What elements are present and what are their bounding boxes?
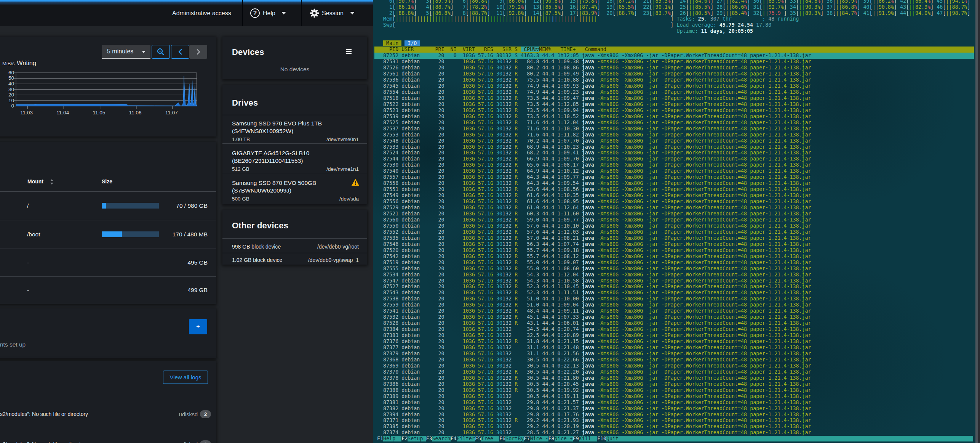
size-cell: 499 GB xyxy=(131,287,208,294)
htop-process-row-selected: 87252 debian 20 0 103G 57.1G 30132 S 416… xyxy=(377,53,811,59)
divider xyxy=(222,173,367,173)
htop-process-row: 87532 debian 20 103G 57.1G 30132 R 45.1 … xyxy=(377,314,811,320)
drive-size: 512 GB xyxy=(232,166,249,172)
htop-table-header: PID USER PRI NI VIRT RES SHR S CPU%▽MEM%… xyxy=(377,47,606,53)
drive-size: 1.00 TB xyxy=(232,136,250,142)
device-name: 998 GB block device xyxy=(232,244,281,250)
htop-fkey-label[interactable]: Nice + xyxy=(555,436,573,441)
htop-fkey-label[interactable]: Help xyxy=(383,436,401,441)
htop-cpu-meter-row: 2[|88.8%] 5[|86.8%] 8[|88.7%] 11[|92.8%]… xyxy=(377,10,970,16)
htop-fkey[interactable]: F1 xyxy=(377,436,383,441)
htop-process-row: 87520 debian 20 103G 57.1G 30132 R 55.7 … xyxy=(377,247,811,254)
session-menu[interactable]: Session xyxy=(310,0,355,26)
htop-function-bar: F1Help F2Setup F3SearchF4FilterF5Tree F6… xyxy=(377,436,973,442)
time-range-select[interactable]: 5 minutes xyxy=(102,45,150,59)
devices-panel xyxy=(222,37,367,79)
htop-tabs-row: Main I/O xyxy=(377,40,420,47)
htop-process-row: 87388 debian 20 103G 57.1G 30132 R 30.5 … xyxy=(377,387,811,393)
chart-x-tick-label: 11:04 xyxy=(56,110,69,116)
drive-name: GIGABYTE AG4512G-SI B10 xyxy=(232,150,309,157)
htop-fkey[interactable]: F4 xyxy=(451,436,457,441)
htop-fkey[interactable]: F9 xyxy=(573,436,579,441)
htop-process-row: 87536 debian 20 103G 57.1G 30132 R 75.5 … xyxy=(377,77,811,83)
size-cell: 495 GB xyxy=(131,259,208,266)
chevron-down-icon xyxy=(350,12,355,14)
htop-process-row: 87538 debian 20 103G 57.1G 30132 R 51.0 … xyxy=(377,296,811,302)
htop-process-row: 87540 debian 20 103G 57.1G 30132 R 64.9 … xyxy=(377,168,811,174)
htop-tab-main[interactable]: Main xyxy=(383,40,401,46)
zoom-out-icon xyxy=(157,48,165,56)
htop-process-row: 87551 debian 20 103G 57.1G 30132 R 63.6 … xyxy=(377,186,811,193)
help-menu[interactable]: ? Help xyxy=(250,0,286,26)
htop-process-row: 87371 debian 20 103G 57.1G 30132 R 29.2 … xyxy=(377,417,811,424)
zoom-out-button[interactable] xyxy=(152,45,170,59)
htop-fkey-label[interactable]: Quit xyxy=(606,436,973,441)
htop-fkey-label[interactable]: Tree xyxy=(481,436,499,441)
devices-menu-button[interactable] xyxy=(346,49,352,54)
chart-y-tick-label: 30 xyxy=(0,87,14,92)
htop-cpu-meter-row: 0[|90.7%] 3[|89.9%] 6[|86.8%] 9[|86.0%] … xyxy=(377,0,970,4)
gear-icon xyxy=(310,8,319,18)
htop-fkey[interactable]: F7 xyxy=(524,436,530,441)
usage-bar-fill xyxy=(102,231,122,237)
divider xyxy=(222,115,367,115)
htop-cpu-meter-row: 1[|86.1%] 4[|88.7%] 7[|78.2%] 10[|79.2%]… xyxy=(377,4,970,10)
htop-fkey-label[interactable]: Kill xyxy=(579,436,597,441)
htop-fkey[interactable]: F5 xyxy=(475,436,481,441)
admin-access-button[interactable]: Administrative access xyxy=(172,0,231,26)
htop-process-row: 87548 debian 20 103G 57.1G 30132 R 70.2 … xyxy=(377,138,811,144)
chart-back-button[interactable] xyxy=(171,45,189,59)
htop-fkey-label[interactable]: Search xyxy=(432,436,451,441)
usage-bar-fill xyxy=(102,203,106,209)
column-header-size[interactable]: Size xyxy=(102,178,112,185)
chart-title: Writing xyxy=(17,59,36,67)
chart-y-tick-label: 40 xyxy=(0,81,14,87)
htop-process-row: 87557 debian 20 103G 57.1G 30132 R 64.3 … xyxy=(377,174,811,180)
time-range-value: 5 minutes xyxy=(107,48,133,55)
htop-process-row: 87526 debian 20 103G 57.1G 30132 R 80.2 … xyxy=(377,65,811,71)
htop-fkey[interactable]: F2 xyxy=(401,436,408,441)
device-path: /dev/deb0-vg/swap_1 xyxy=(283,257,359,263)
mount-cell: / xyxy=(27,202,29,209)
divider xyxy=(0,276,216,277)
mount-cell: - xyxy=(27,287,29,294)
htop-fkey-label[interactable]: Setup xyxy=(408,436,426,441)
divider xyxy=(222,238,367,239)
htop-uptime-row: Uptime: 11 days, 20:05:05 xyxy=(377,28,753,34)
chart-forward-button[interactable] xyxy=(189,45,207,59)
log-message: s2/modules”: No such file or directory xyxy=(0,411,88,417)
htop-process-row: 87521 debian 20 103G 57.1G 30132 R 60.3 … xyxy=(377,211,811,217)
htop-process-row: 87561 debian 20 103G 57.1G 30132 R 80.2 … xyxy=(377,71,811,77)
column-header-mount[interactable]: Mount xyxy=(27,178,43,185)
device-path: /dev/deb0-vg/root xyxy=(283,244,359,250)
sort-icon xyxy=(50,179,53,185)
htop-tab-io[interactable]: I/O xyxy=(404,40,420,46)
htop-fkey-label[interactable]: SortBy xyxy=(505,436,524,441)
htop-fkey-label[interactable]: Filter xyxy=(457,436,475,441)
htop-process-row: 87554 debian 20 103G 57.1G 30132 R 74.9 … xyxy=(377,89,811,95)
terminal-scrollbar[interactable] xyxy=(975,0,980,443)
htop-process-row: 87522 debian 20 103G 57.1G 30132 R 73.5 … xyxy=(377,101,811,108)
chevron-left-icon xyxy=(177,49,183,55)
masthead-separator xyxy=(301,0,302,26)
divider xyxy=(0,249,216,249)
drive-path: /dev/nvme0n1 xyxy=(283,136,359,142)
htop-process-row: 87381 debian 20 103G 57.1G 30132 29.8 44… xyxy=(377,400,811,406)
htop-fkey[interactable]: F10 xyxy=(597,436,606,441)
view-all-logs-button[interactable]: View all logs xyxy=(163,371,208,384)
htop-sort-column-header[interactable]: CPU%▽ xyxy=(521,47,539,52)
masthead-separator xyxy=(242,0,243,26)
drive-serial: (S4EWNS0X100952W) xyxy=(232,128,293,135)
help-icon: ? xyxy=(250,8,260,18)
table-header-divider xyxy=(0,191,216,192)
divider xyxy=(222,253,367,253)
view-all-logs-label: View all logs xyxy=(169,374,201,380)
terminal-scrollbar-thumb[interactable] xyxy=(975,0,978,443)
htop-fkey[interactable]: F3 xyxy=(426,436,432,441)
htop-fkey-label[interactable]: Nice - xyxy=(530,436,548,441)
warning-icon xyxy=(352,179,359,186)
htop-process-row: 87524 debian 20 103G 57.1G 30132 R 68.2 … xyxy=(377,150,811,156)
htop-fkey[interactable]: F8 xyxy=(548,436,555,441)
htop-fkey[interactable]: F6 xyxy=(499,436,505,441)
add-nfs-mount-button[interactable]: + xyxy=(189,319,207,334)
